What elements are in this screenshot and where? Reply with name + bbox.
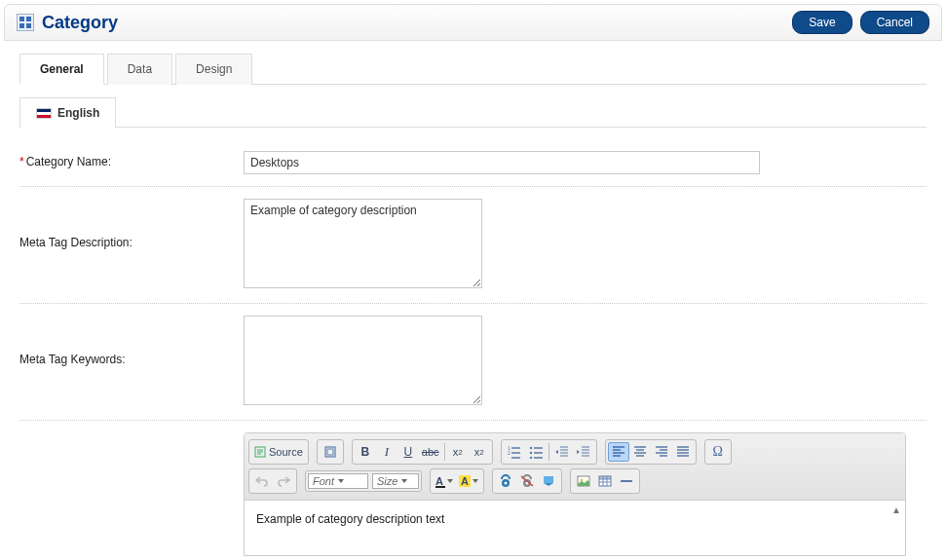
align-center-icon[interactable] bbox=[629, 442, 651, 462]
font-dropdown[interactable]: Font bbox=[308, 473, 368, 489]
align-right-icon[interactable] bbox=[651, 442, 672, 462]
subscript-icon[interactable]: x2 bbox=[447, 442, 469, 462]
svg-rect-21 bbox=[621, 480, 632, 482]
tab-data[interactable]: Data bbox=[107, 54, 172, 85]
svg-rect-6 bbox=[327, 449, 333, 455]
row-meta-keywords: Meta Tag Keywords: bbox=[19, 304, 927, 421]
redo-icon[interactable] bbox=[273, 471, 294, 491]
strikethrough-icon[interactable]: abc bbox=[419, 442, 442, 462]
italic-icon[interactable]: I bbox=[376, 442, 397, 462]
maximize-icon[interactable] bbox=[320, 442, 341, 462]
numbered-list-icon[interactable]: 12 bbox=[504, 442, 525, 462]
bg-color-icon[interactable]: A bbox=[456, 471, 481, 491]
horizontal-rule-icon[interactable] bbox=[616, 471, 637, 491]
align-left-icon[interactable] bbox=[608, 442, 629, 462]
svg-rect-20 bbox=[599, 476, 611, 479]
bold-icon[interactable]: B bbox=[355, 442, 376, 462]
rich-text-editor: Source B I U abc bbox=[244, 432, 906, 556]
scroll-up-icon[interactable]: ▲ bbox=[891, 504, 901, 515]
svg-point-9 bbox=[529, 447, 531, 449]
editor-content-area[interactable]: Example of category description text ▲ bbox=[245, 501, 905, 555]
svg-rect-2 bbox=[19, 23, 24, 28]
link-icon[interactable] bbox=[495, 471, 516, 491]
underline-icon[interactable]: U bbox=[397, 442, 419, 462]
svg-rect-3 bbox=[26, 23, 31, 28]
indent-icon[interactable] bbox=[573, 442, 594, 462]
size-dropdown[interactable]: Size bbox=[372, 473, 419, 489]
save-button[interactable]: Save bbox=[792, 11, 851, 34]
tab-general[interactable]: General bbox=[19, 54, 104, 85]
svg-rect-1 bbox=[26, 17, 31, 21]
svg-point-11 bbox=[529, 457, 531, 459]
language-tab-label: English bbox=[57, 106, 99, 120]
svg-rect-16 bbox=[544, 476, 553, 483]
editor-content: Example of category description text bbox=[256, 512, 444, 526]
required-marker: * bbox=[19, 155, 24, 168]
meta-keywords-input[interactable] bbox=[244, 316, 482, 405]
editor-toolbar: Source B I U abc bbox=[245, 433, 905, 501]
undo-icon[interactable] bbox=[251, 471, 273, 491]
page-header: Category Save Cancel bbox=[4, 4, 942, 41]
source-button[interactable]: Source bbox=[251, 442, 306, 462]
meta-description-label: Meta Tag Description: bbox=[19, 236, 132, 249]
svg-rect-0 bbox=[19, 17, 24, 21]
svg-text:2: 2 bbox=[508, 450, 511, 456]
meta-description-input[interactable]: Example of category description bbox=[244, 199, 482, 288]
cancel-button[interactable]: Cancel bbox=[860, 11, 929, 34]
image-icon[interactable] bbox=[573, 471, 594, 491]
tab-design[interactable]: Design bbox=[175, 54, 252, 85]
language-tabs: English bbox=[19, 96, 927, 128]
row-category-name: *Category Name: bbox=[19, 139, 927, 187]
category-name-label: Category Name: bbox=[26, 155, 111, 168]
uk-flag-icon bbox=[36, 108, 52, 119]
anchor-icon[interactable] bbox=[538, 471, 559, 491]
bullet-list-icon[interactable] bbox=[525, 442, 547, 462]
page-title: Category bbox=[42, 13, 118, 33]
superscript-icon[interactable]: x2 bbox=[469, 442, 490, 462]
category-name-input[interactable] bbox=[244, 151, 760, 174]
table-icon[interactable] bbox=[594, 471, 616, 491]
special-char-icon[interactable]: Ω bbox=[707, 442, 729, 462]
row-description-editor: Source B I U abc bbox=[19, 421, 927, 560]
text-color-icon[interactable]: A bbox=[433, 471, 456, 491]
svg-point-13 bbox=[504, 482, 507, 485]
main-tabs: General Data Design bbox=[19, 53, 927, 85]
category-icon bbox=[17, 14, 34, 31]
meta-keywords-label: Meta Tag Keywords: bbox=[19, 353, 126, 366]
row-meta-description: Meta Tag Description: Example of categor… bbox=[19, 187, 927, 304]
svg-point-10 bbox=[529, 452, 531, 454]
align-justify-icon[interactable] bbox=[672, 442, 694, 462]
outdent-icon[interactable] bbox=[551, 442, 573, 462]
language-tab-english[interactable]: English bbox=[19, 97, 116, 128]
unlink-icon[interactable] bbox=[516, 471, 538, 491]
